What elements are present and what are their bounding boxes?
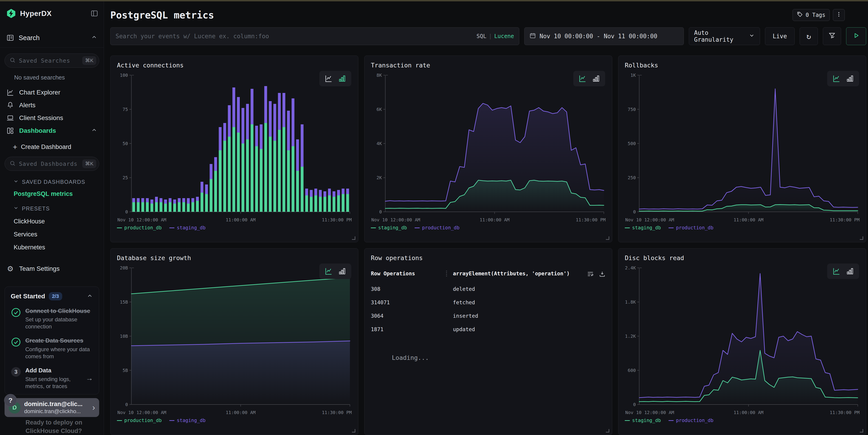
- table-row[interactable]: 1871updated: [371, 326, 606, 332]
- table-row[interactable]: 3064inserted: [371, 313, 606, 319]
- svg-text:0: 0: [633, 209, 636, 214]
- page-title: PostgreSQL metrics: [110, 9, 214, 21]
- legend-label: staging_db: [177, 225, 206, 231]
- bar-chart-icon[interactable]: [592, 74, 600, 83]
- panel-database-size-growth: Database size growth 05B10B15B20BNov 10 …: [110, 248, 358, 435]
- svg-text:1.8K: 1.8K: [625, 300, 636, 305]
- bar-chart-icon[interactable]: [338, 267, 346, 275]
- svg-text:20B: 20B: [120, 265, 128, 271]
- tags-button[interactable]: 0 Tags: [793, 9, 830, 21]
- svg-text:10B: 10B: [120, 334, 128, 339]
- chart-type-toggle[interactable]: [573, 71, 605, 86]
- line-chart-icon[interactable]: [832, 74, 840, 83]
- svg-text:750: 750: [628, 107, 636, 112]
- sidebar-item-services[interactable]: Services: [14, 231, 104, 238]
- svg-text:11:00:00 AM: 11:00:00 AM: [734, 410, 764, 415]
- get-started-step-add-data[interactable]: 3 Add Data Start sending logs, metrics, …: [11, 367, 93, 390]
- date-range-picker[interactable]: Nov 10 00:00:00 - Nov 11 00:00:00: [524, 27, 684, 45]
- chart-type-toggle[interactable]: [319, 71, 351, 86]
- svg-text:75: 75: [123, 107, 128, 112]
- user-email: dominic.tran@clickho...: [24, 408, 83, 414]
- sidebar-item-search[interactable]: Search: [0, 33, 104, 43]
- column-header[interactable]: Row Operations: [371, 271, 446, 276]
- line-chart-icon[interactable]: [832, 267, 840, 275]
- bar-chart-icon[interactable]: [846, 74, 854, 83]
- get-started-step-connect[interactable]: Connect to ClickHouse Set up your databa…: [11, 307, 93, 330]
- chevron-up-icon[interactable]: [87, 293, 93, 300]
- svg-text:11:30:00 PM: 11:30:00 PM: [830, 217, 860, 223]
- chart-type-toggle[interactable]: [319, 264, 351, 279]
- sidebar-item-client-sessions[interactable]: Client Sessions: [0, 111, 104, 124]
- query-language-toggle[interactable]: SQL|Lucene: [476, 33, 514, 39]
- arrow-right-icon: →: [86, 374, 93, 382]
- sidebar-item-team-settings[interactable]: ⚙ Team Settings: [0, 262, 104, 275]
- chevron-down-icon: [13, 205, 19, 212]
- wrap-text-icon[interactable]: [587, 271, 594, 278]
- panel-title: Disc blocks read: [625, 255, 860, 262]
- lucene-option[interactable]: Lucene: [494, 33, 514, 39]
- line-chart-icon[interactable]: [324, 74, 333, 83]
- get-started-step-sources[interactable]: Create Data Sources Configure where your…: [11, 337, 93, 360]
- saved-dashboards-input[interactable]: Saved Dashboards ⌘K: [5, 157, 99, 171]
- filter-button[interactable]: [823, 27, 841, 45]
- sidebar-item-kubernetes[interactable]: Kubernetes: [14, 244, 104, 251]
- legend-label: staging_db: [378, 225, 407, 231]
- event-search-input[interactable]: Search your events w/ Lucene ex. column:…: [110, 27, 519, 45]
- table-row[interactable]: 314071fetched: [371, 300, 606, 305]
- get-started-card: Get Started 2/3 Connect to ClickHouse Se…: [5, 287, 99, 395]
- svg-text:8K: 8K: [377, 73, 382, 78]
- shortcut-badge: ⌘K: [82, 56, 96, 65]
- legend-label: production_db: [676, 418, 713, 423]
- svg-text:Nov 10 12:00:00 AM: Nov 10 12:00:00 AM: [625, 217, 674, 223]
- dashboards-grid-icon: [6, 127, 14, 135]
- granularity-select[interactable]: Auto Granularity: [689, 27, 760, 45]
- line-chart-icon[interactable]: [324, 267, 333, 275]
- user-menu[interactable]: D dominic.tran@clic... dominic.tran@clic…: [5, 398, 99, 417]
- panel-title: Rollbacks: [625, 62, 860, 69]
- svg-text:11:00:00 AM: 11:00:00 AM: [734, 217, 764, 223]
- section-saved-dashboards[interactable]: SAVED DASHBOARDS: [13, 178, 104, 186]
- sidebar-item-alerts[interactable]: Alerts: [0, 99, 104, 111]
- refresh-button[interactable]: ↻: [800, 27, 818, 45]
- saved-searches-input[interactable]: Saved Searches ⌘K: [5, 54, 99, 68]
- sidebar-collapse-icon[interactable]: [91, 9, 98, 17]
- sidebar-item-label: Alerts: [19, 102, 36, 109]
- svg-text:0: 0: [379, 209, 382, 214]
- svg-text:1K: 1K: [630, 73, 636, 78]
- sidebar-item-chart-explorer[interactable]: Chart Explorer: [0, 86, 104, 99]
- more-options-button[interactable]: [833, 9, 845, 21]
- panel-active-connections: Active connections 0255075100Nov 10 12:0…: [110, 56, 358, 242]
- column-header[interactable]: arrayElement(Attributes, 'operation'): [446, 271, 583, 276]
- sidebar-item-clickhouse[interactable]: ClickHouse: [14, 218, 104, 225]
- sidebar-item-dashboards[interactable]: Dashboards: [0, 124, 104, 137]
- progress-badge: 2/3: [49, 292, 62, 300]
- sidebar-item-postgresql-metrics[interactable]: PostgreSQL metrics: [14, 191, 104, 197]
- svg-text:4K: 4K: [377, 141, 382, 146]
- line-chart-icon[interactable]: [578, 74, 587, 83]
- calendar-icon: [529, 32, 536, 40]
- panel-transaction-rate: Transaction rate 02K4K6K8KNov 10 12:00:0…: [364, 56, 612, 242]
- clipped-promo-text: Ready to deploy on ClickHouse Cloud?: [26, 419, 104, 435]
- section-presets[interactable]: PRESETS: [13, 205, 104, 212]
- live-button[interactable]: Live: [765, 27, 795, 45]
- legend-label: production_db: [124, 225, 162, 231]
- sql-option[interactable]: SQL: [476, 33, 486, 39]
- bar-chart-icon[interactable]: [338, 74, 346, 83]
- help-button[interactable]: ?: [4, 394, 17, 407]
- bar-chart-icon[interactable]: [846, 267, 854, 275]
- chart-type-toggle[interactable]: [827, 264, 859, 279]
- svg-text:6K: 6K: [377, 107, 382, 112]
- search-placeholder: Search your events w/ Lucene ex. column:…: [116, 33, 269, 40]
- run-query-button[interactable]: [846, 27, 866, 45]
- svg-text:2.4K: 2.4K: [625, 265, 636, 271]
- chart-legend: staging_db production_db: [625, 225, 860, 231]
- svg-text:11:00:00 AM: 11:00:00 AM: [226, 217, 255, 223]
- create-dashboard-button[interactable]: + Create Dashboard: [13, 143, 104, 151]
- svg-text:1.2K: 1.2K: [625, 334, 636, 339]
- row-operations-table: Row Operations arrayElement(Attributes, …: [371, 271, 606, 332]
- table-row[interactable]: 308deleted: [371, 286, 606, 292]
- svg-text:0: 0: [125, 209, 128, 214]
- chart-type-toggle[interactable]: [827, 71, 859, 86]
- download-icon[interactable]: [599, 271, 606, 278]
- svg-text:11:30:00 PM: 11:30:00 PM: [322, 217, 352, 223]
